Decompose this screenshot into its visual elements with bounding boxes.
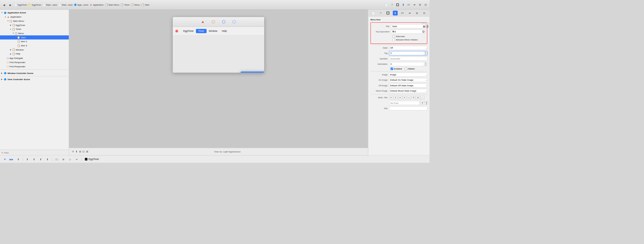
attrib-more[interactable]: ... (420, 96, 425, 99)
font-input[interactable] (389, 101, 420, 105)
menu-help[interactable]: Help (220, 29, 229, 33)
enabled-checkbox[interactable] (390, 68, 393, 70)
resize-icon[interactable]: ⊞ (79, 150, 81, 153)
off-image-select[interactable]: Default Off State Image (389, 83, 427, 88)
fit-icon[interactable]: ⊡ (82, 150, 84, 153)
image-select[interactable]: Image (389, 73, 427, 77)
key-equiv-input[interactable] (391, 30, 425, 34)
identifier-input[interactable] (389, 57, 427, 61)
attrib-align-center[interactable]: ≡ (394, 96, 398, 99)
layout-icon[interactable]: ⊠ (86, 150, 88, 153)
breadcrumb-item[interactable]: 🔷 Appl...cene (74, 3, 88, 6)
attrib-edit[interactable]: ✎ (411, 96, 416, 99)
font-stepper-down[interactable]: ▼ (425, 103, 428, 105)
sidebar-item-app-delegate[interactable]: ⬡ App Delegate (0, 56, 69, 60)
menu-eggtimer[interactable]: EggTimer (181, 29, 196, 33)
tab-arrow[interactable]: ➡ (408, 11, 412, 15)
allowed-hidden-checkbox[interactable] (392, 39, 395, 41)
scene-icon: 🔷 (4, 78, 7, 81)
attrib-font[interactable]: A (416, 96, 420, 99)
breadcrumb-item[interactable]: 📁 EggTimer (28, 3, 41, 6)
forward-button[interactable]: ▶ (8, 2, 13, 8)
tab-attributes[interactable]: ⬇ (393, 11, 397, 15)
attrib-separator[interactable]: — (407, 96, 411, 99)
tab-label[interactable]: 🏷 (400, 11, 405, 15)
tab-help[interactable]: ? (378, 11, 383, 15)
sidebar-item-menu[interactable]: 📋 Menu (0, 31, 69, 35)
bt-edit-btn[interactable]: ✏ (74, 157, 79, 161)
sidebar-item-application-scene[interactable]: ▼ 🔷 Application Scene (0, 10, 69, 15)
sidebar-item-application[interactable]: 🔺 Application (0, 15, 69, 19)
clear-button[interactable]: ✕ (422, 30, 425, 33)
mixed-image-select[interactable]: Default Mixed State Image (389, 89, 427, 93)
indentation-input[interactable] (389, 62, 424, 66)
breadcrumb-item[interactable]: 📋 Main Menu (105, 3, 119, 6)
stepper-down[interactable]: ▼ (424, 53, 427, 55)
inspector-identity-btn[interactable]: 🔲 (395, 2, 400, 7)
inspector-arrow-btn[interactable]: ⬇ (401, 2, 406, 7)
app-badge-icon (85, 158, 87, 160)
bt-down2-btn[interactable]: ⬇ (45, 157, 50, 161)
menu-window[interactable]: Window (207, 29, 220, 33)
attrib-align-left[interactable]: ≡ (389, 96, 393, 99)
breadcrumb-item[interactable]: 📄 Main...oard (42, 3, 57, 6)
inspector-right-btn[interactable]: ➡ (412, 2, 417, 7)
sidebar-item-item2[interactable]: 📋 Item 2 (0, 39, 69, 44)
sidebar-item-timer[interactable]: 📋 Timer (0, 27, 69, 31)
breadcrumb-item[interactable]: 📄 EggTimer (14, 3, 27, 6)
inspector-more-btn[interactable]: ⊟ (423, 2, 428, 7)
back-button[interactable]: ◀ (1, 2, 7, 8)
sidebar-item-window-controller-scene[interactable]: ▶ 🔷 Window Controller Scene (0, 71, 69, 75)
sidebar-item-eggtimer[interactable]: 📋 EggTimer (0, 23, 69, 27)
breadcrumb-item[interactable]: 🔺 Application (89, 3, 103, 6)
filter-input[interactable] (4, 151, 67, 154)
tab-identity[interactable]: 🔲 (385, 11, 390, 15)
bt-up2-btn[interactable]: ⬆ (38, 157, 44, 161)
sidebar-item-view-controller-scene[interactable]: ▶ 🔷 View Controller Scene (0, 77, 69, 82)
breadcrumb-item[interactable]: 📄 Main...ase) (58, 3, 72, 6)
bt-play-btn[interactable]: ▶▶ (9, 157, 14, 161)
refresh-icon[interactable]: ↺ (72, 150, 74, 153)
stepper-down[interactable]: ▼ (424, 64, 427, 66)
inspector-file-btn[interactable]: 📄 (384, 2, 389, 7)
breadcrumb-item[interactable]: 📋 Start (141, 3, 149, 6)
stepper-up[interactable]: ▲ (424, 51, 427, 53)
breadcrumb-item[interactable]: 📋 Timer (120, 3, 129, 6)
tag-input[interactable] (389, 51, 424, 55)
font-stepper-up[interactable]: ▲ (425, 101, 428, 103)
bt-split-btn[interactable]: □□ (54, 157, 59, 161)
breadcrumb-item[interactable]: 📋 Menu (131, 3, 140, 6)
inspector-help-btn[interactable]: ? (390, 2, 394, 7)
on-image-select[interactable]: Default On State Image (389, 78, 427, 82)
bt-pause-btn[interactable]: ⏸ (16, 157, 21, 161)
sidebar-item-help[interactable]: 📋 Help (0, 52, 69, 56)
sidebar-item-start[interactable]: 📋 Start (0, 35, 69, 40)
attrib-align-justify[interactable]: ≡ (402, 96, 407, 99)
alternate-checkbox[interactable] (392, 35, 395, 38)
stepper-up[interactable]: ▲ (424, 62, 427, 64)
sidebar-item-font-manager[interactable]: ⬡ First Responder (0, 60, 69, 64)
sidebar-item-first-responder[interactable]: ⬡ First Responder (0, 64, 69, 69)
state-select[interactable]: Off On Mixed (389, 46, 427, 50)
menu-timer[interactable]: Timer (196, 29, 207, 33)
tab-file[interactable]: 📄 (371, 11, 376, 15)
attrib-align-right[interactable]: ≡ (398, 96, 402, 99)
tab-more[interactable]: ⊟ (422, 11, 427, 15)
download-icon[interactable]: ⬇ (75, 150, 77, 153)
sidebar-item-window[interactable]: 📋 Window (0, 48, 69, 52)
inspector-label-btn[interactable]: 🏷 (406, 2, 411, 7)
font-picker-btn[interactable]: T (420, 101, 425, 105)
dropdown-item-start[interactable]: Start ⌘S (240, 71, 264, 73)
sidebar-item-item3[interactable]: 📋 Item 3 (0, 44, 69, 48)
tab-grid[interactable]: ⊞ (415, 11, 420, 15)
inspector-grid-btn[interactable]: ⊞ (418, 2, 422, 7)
bt-down-btn[interactable]: ⬇ (32, 157, 37, 161)
sidebar-item-main-menu[interactable]: 📋 Main Menu (0, 19, 69, 23)
bt-expand-btn[interactable]: ▼ (2, 157, 8, 161)
title-bottom-input[interactable] (389, 106, 427, 111)
bt-up-btn[interactable]: ⬆ (25, 157, 30, 161)
bt-close-btn[interactable]: ⊗ (61, 157, 66, 161)
bt-diamond-btn[interactable]: ◇ (67, 157, 73, 161)
title-input[interactable] (391, 24, 425, 28)
hidden-checkbox[interactable] (404, 68, 407, 70)
